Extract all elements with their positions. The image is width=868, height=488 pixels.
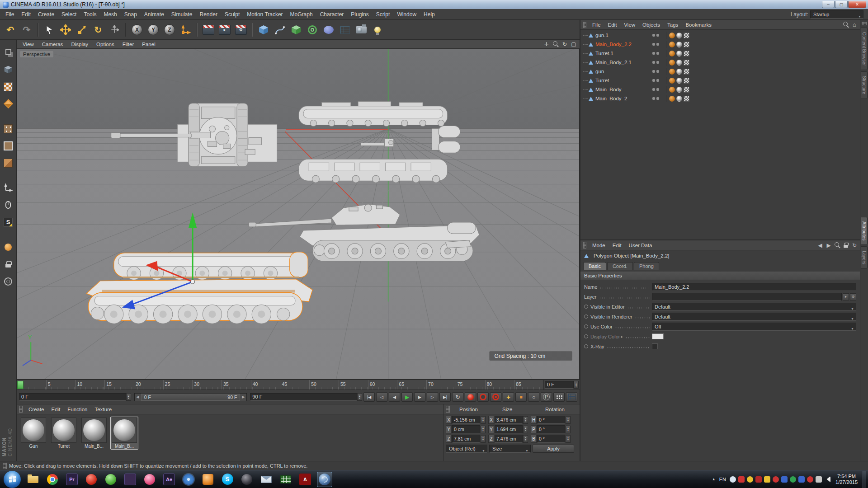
start-button[interactable] — [4, 471, 21, 488]
material-tag-icon[interactable] — [676, 96, 682, 102]
material-item[interactable]: Gun — [19, 417, 47, 450]
object-manager-menu-item[interactable]: Tags — [664, 21, 682, 29]
expand-icon[interactable]: ▸ — [621, 334, 623, 339]
object-name[interactable]: gun.1 — [595, 33, 652, 38]
current-frame-field[interactable]: 0 F — [19, 393, 131, 401]
mail-icon[interactable] — [259, 472, 274, 487]
axis-modify-icon[interactable] — [2, 241, 14, 253]
previous-key-icon[interactable] — [376, 392, 387, 402]
keyframe-selection-icon[interactable] — [490, 392, 501, 402]
stepper-icon[interactable] — [481, 435, 486, 443]
visibility-dots[interactable] — [652, 88, 663, 91]
tank-track-parts[interactable] — [299, 102, 460, 183]
menu-item[interactable]: Window — [393, 10, 420, 19]
viewport-menu-item[interactable]: View — [19, 41, 38, 48]
current-frame-marker[interactable] — [17, 381, 24, 389]
keyframe-circle-icon[interactable] — [584, 305, 588, 309]
viewport-menu-item[interactable]: Options — [92, 41, 118, 48]
tray-icon[interactable] — [781, 476, 788, 483]
viewport[interactable]: Y Grid Spacing : 10 cm Perspective — [17, 49, 580, 380]
add-camera-icon[interactable] — [354, 22, 369, 38]
rotate-view-icon[interactable]: ↻ — [561, 41, 569, 48]
history-forward-icon[interactable]: ▶ — [825, 242, 832, 249]
add-deformer-icon[interactable] — [321, 22, 336, 38]
material-item-selected[interactable]: Main_B... — [110, 417, 138, 450]
tray-icon[interactable] — [790, 476, 796, 483]
rotation-b-field[interactable]: 0 ° — [537, 435, 565, 443]
object-name[interactable]: Turret.1 — [595, 51, 652, 56]
tray-icon[interactable] — [738, 476, 745, 483]
material-tag-icon[interactable] — [676, 69, 682, 75]
frame-spinner[interactable]: 0 F — [545, 381, 579, 389]
add-mograph-icon[interactable] — [305, 22, 320, 38]
phong-tag-icon[interactable] — [669, 96, 675, 102]
panel-grip[interactable] — [583, 22, 586, 28]
xray-checkbox[interactable] — [652, 343, 658, 349]
menu-item[interactable]: Select — [58, 10, 80, 19]
material-item[interactable]: Turret — [50, 417, 78, 450]
visibility-dots[interactable] — [652, 97, 663, 100]
visibility-dots[interactable] — [652, 79, 663, 82]
menu-item[interactable]: MoGraph — [287, 10, 316, 19]
record-pla-icon[interactable] — [553, 392, 565, 402]
show-desktop-button[interactable] — [863, 471, 866, 488]
titlebar[interactable]: CINEMA 4D R16.011 Studio (R16) - [T-90.o… — [0, 0, 868, 9]
tray-icon[interactable] — [798, 476, 805, 483]
scroll-right-icon[interactable] — [240, 394, 246, 401]
object-row[interactable]: Turret.1 — [580, 49, 860, 58]
uvw-tag-icon[interactable] — [684, 69, 689, 75]
menu-item[interactable]: Animate — [141, 10, 168, 19]
add-cube-icon[interactable] — [256, 22, 271, 38]
end-frame-field[interactable]: 90 F — [250, 393, 362, 401]
viewport-canvas[interactable]: Y Grid Spacing : 10 cm — [17, 49, 579, 379]
move-tool-icon[interactable] — [58, 22, 73, 38]
play-icon[interactable] — [401, 392, 413, 402]
object-row[interactable]: Turret — [580, 76, 860, 85]
undo-icon[interactable]: ↶ — [3, 22, 18, 38]
snap-settings-icon[interactable]: S — [2, 216, 14, 228]
lock-icon[interactable] — [842, 242, 849, 249]
use-color-dropdown[interactable]: Off — [652, 323, 856, 331]
next-frame-icon[interactable] — [414, 392, 425, 402]
app-black-sphere-icon[interactable] — [239, 472, 255, 487]
app-red-sphere-icon[interactable] — [84, 472, 99, 487]
phong-tag-icon[interactable] — [669, 69, 675, 75]
app-pink-icon[interactable] — [142, 472, 157, 487]
position-z-field[interactable]: 7.81 cm — [452, 435, 480, 443]
tray-icon[interactable] — [773, 476, 779, 483]
material-tag-icon[interactable] — [676, 60, 682, 66]
visible-editor-dropdown[interactable]: Default — [652, 303, 856, 311]
menu-item[interactable]: Motion Tracker — [243, 10, 286, 19]
material-menu-item[interactable]: Edit — [48, 405, 64, 413]
make-editable-icon[interactable] — [2, 46, 14, 58]
timeline-scrollbar[interactable]: 0 F 90 F — [134, 393, 247, 401]
visibility-dots[interactable] — [652, 43, 663, 46]
tab-coord[interactable]: Coord. — [607, 262, 633, 270]
texture-mode-icon[interactable] — [2, 80, 14, 93]
adobe-app-icon[interactable] — [123, 472, 138, 487]
stepper-icon[interactable] — [566, 416, 571, 424]
size-z-field[interactable]: 7.476 cm — [495, 435, 523, 443]
rotate-tool-icon[interactable]: ↻ — [90, 22, 106, 38]
tray-icon[interactable] — [807, 476, 813, 483]
tray-icon[interactable] — [730, 476, 736, 483]
object-manager-menu-item[interactable]: Bookmarks — [682, 21, 715, 29]
stepper-icon[interactable] — [481, 416, 486, 424]
layout-dropdown[interactable]: Startup — [810, 10, 863, 19]
uvw-tag-icon[interactable] — [684, 60, 689, 66]
menu-item[interactable]: Snap — [121, 10, 141, 19]
keyframe-circle-icon[interactable] — [584, 324, 588, 328]
object-row[interactable]: Main_Body_2.1 — [580, 58, 860, 67]
loop-icon[interactable] — [452, 392, 463, 402]
phong-tag-icon[interactable] — [669, 60, 675, 66]
uvw-tag-icon[interactable] — [684, 42, 689, 47]
stepper-icon[interactable] — [566, 435, 571, 443]
stepper-icon[interactable] — [566, 426, 571, 433]
app-orange-icon[interactable] — [200, 472, 216, 487]
chrome-icon[interactable] — [45, 472, 60, 487]
menu-item[interactable]: Create — [34, 10, 58, 19]
phong-tag-icon[interactable] — [669, 42, 675, 47]
lock-x-axis-icon[interactable]: X — [129, 22, 145, 38]
material-tag-icon[interactable] — [676, 42, 682, 47]
redo-icon[interactable]: ↷ — [19, 22, 34, 38]
